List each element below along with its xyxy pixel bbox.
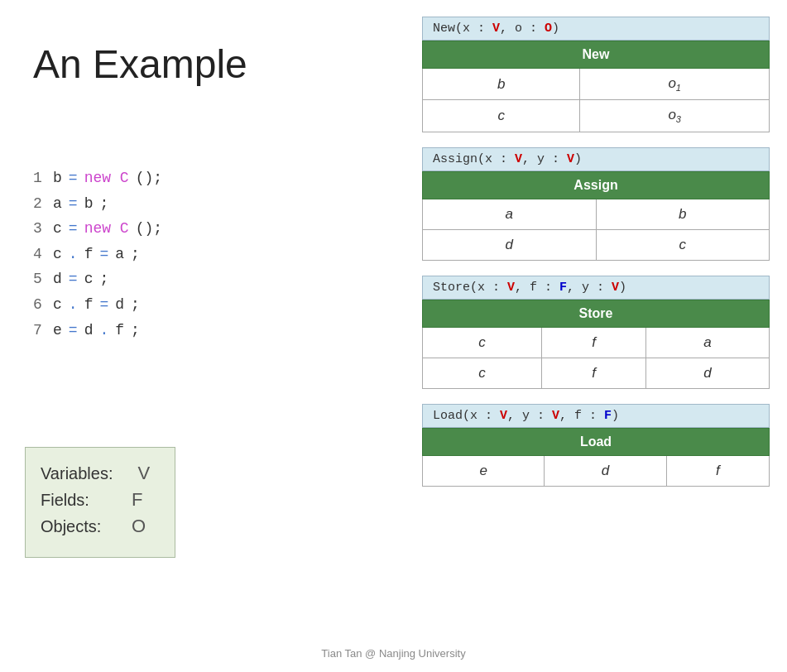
code-op: . [69, 242, 78, 267]
store-table-section: Store(x : V, f : F, y : V) Store c f a c… [422, 276, 770, 389]
footer: Tian Tan @ Nanjing University [0, 647, 787, 660]
code-line-6: 6 c . f = d ; [33, 292, 162, 318]
code-var: a [115, 242, 124, 267]
table-cell: c [423, 100, 580, 132]
code-line-2: 2 a = b ; [33, 191, 162, 217]
load-table-section: Load(x : V, y : V, f : F) Load e d f [422, 404, 770, 487]
table-cell: d [423, 229, 597, 260]
legend-value-fields: F [132, 489, 142, 511]
load-signature: Load(x : V, y : V, f : F) [422, 404, 770, 428]
code-op: = [99, 242, 108, 267]
code-plain: ; [131, 318, 140, 343]
table-cell: b [596, 199, 770, 229]
table-row: c f a [423, 327, 770, 358]
code-var: a [53, 191, 62, 217]
load-table: Load e d f [422, 428, 770, 487]
code-var: f [84, 292, 94, 318]
code-var: b [84, 191, 94, 217]
legend-value-variables: V [137, 463, 150, 484]
code-var: f [84, 242, 94, 267]
line-num: 7 [33, 318, 46, 343]
tables-area: New(x : V, o : O) New b o1 c o3 Assign(x… [422, 17, 770, 502]
table-cell: e [423, 455, 545, 486]
code-plain: (); [136, 216, 162, 242]
code-line-4: 4 c . f = a ; [33, 242, 162, 267]
code-var: c [53, 242, 62, 267]
store-table-header: Store [423, 300, 770, 327]
code-plain: (); [136, 166, 162, 191]
store-signature: Store(x : V, f : F, y : V) [422, 276, 770, 300]
code-var: e [53, 318, 62, 343]
code-plain: ; [131, 292, 140, 318]
code-op: = [69, 216, 78, 242]
assign-table: Assign a b d c [422, 171, 770, 261]
code-plain: ; [131, 242, 140, 267]
table-row: c o3 [423, 100, 770, 132]
legend-row-variables: Variables: V [41, 463, 150, 484]
table-cell: d [545, 455, 666, 486]
legend-value-objects: O [132, 516, 146, 537]
assign-table-header: Assign [423, 171, 770, 199]
code-plain: ; [99, 266, 108, 292]
assign-table-section: Assign(x : V, y : V) Assign a b d c [422, 147, 770, 261]
legend-label-fields: Fields: [41, 491, 107, 510]
code-block: 1 b = new C (); 2 a = b ; 3 c = new C ()… [33, 166, 162, 343]
code-line-7: 7 e = d . f ; [33, 318, 162, 343]
code-plain: ; [99, 191, 108, 217]
code-op: . [99, 318, 108, 343]
code-line-3: 3 c = new C (); [33, 216, 162, 242]
table-cell: a [646, 327, 770, 358]
code-line-1: 1 b = new C (); [33, 166, 162, 191]
table-cell: o3 [580, 100, 770, 132]
table-row: b o1 [423, 69, 770, 100]
code-var: b [53, 166, 62, 191]
table-cell: o1 [580, 69, 770, 100]
table-row: e d f [423, 455, 770, 486]
table-cell: d [646, 358, 770, 388]
code-var: c [53, 292, 62, 318]
line-num: 3 [33, 216, 46, 242]
load-table-header: Load [423, 428, 770, 455]
table-cell: f [542, 327, 646, 358]
table-cell: f [542, 358, 646, 388]
code-op: = [69, 191, 78, 217]
table-cell: c [596, 229, 770, 260]
assign-signature: Assign(x : V, y : V) [422, 147, 770, 171]
line-num: 4 [33, 242, 46, 267]
code-var: d [115, 292, 124, 318]
code-op: = [69, 318, 78, 343]
line-num: 1 [33, 166, 46, 191]
code-keyword: new C [84, 216, 129, 242]
code-var: d [84, 318, 94, 343]
new-table: New b o1 c o3 [422, 41, 770, 132]
table-row: d c [423, 229, 770, 260]
table-cell: c [423, 327, 542, 358]
legend-label-variables: Variables: [41, 464, 113, 483]
code-op: = [69, 266, 78, 292]
table-row: c f d [423, 358, 770, 388]
code-var: c [53, 216, 62, 242]
code-op: . [69, 292, 78, 318]
new-signature: New(x : V, o : O) [422, 17, 770, 41]
new-table-header: New [423, 41, 770, 69]
code-line-5: 5 d = c ; [33, 266, 162, 292]
line-num: 5 [33, 266, 46, 292]
store-table: Store c f a c f d [422, 300, 770, 389]
code-var: f [115, 318, 124, 343]
page-title: An Example [33, 41, 247, 87]
code-var: c [84, 266, 94, 292]
table-cell: a [423, 199, 597, 229]
line-num: 2 [33, 191, 46, 217]
code-var: d [53, 266, 62, 292]
legend-label-objects: Objects: [41, 517, 107, 536]
table-cell: f [666, 455, 769, 486]
legend-row-fields: Fields: F [41, 489, 150, 511]
new-table-section: New(x : V, o : O) New b o1 c o3 [422, 17, 770, 132]
code-op: = [69, 166, 78, 191]
table-cell: b [423, 69, 580, 100]
table-cell: c [423, 358, 542, 388]
code-op: = [99, 292, 108, 318]
code-keyword: new C [84, 166, 129, 191]
legend-row-objects: Objects: O [41, 516, 150, 537]
line-num: 6 [33, 292, 46, 318]
